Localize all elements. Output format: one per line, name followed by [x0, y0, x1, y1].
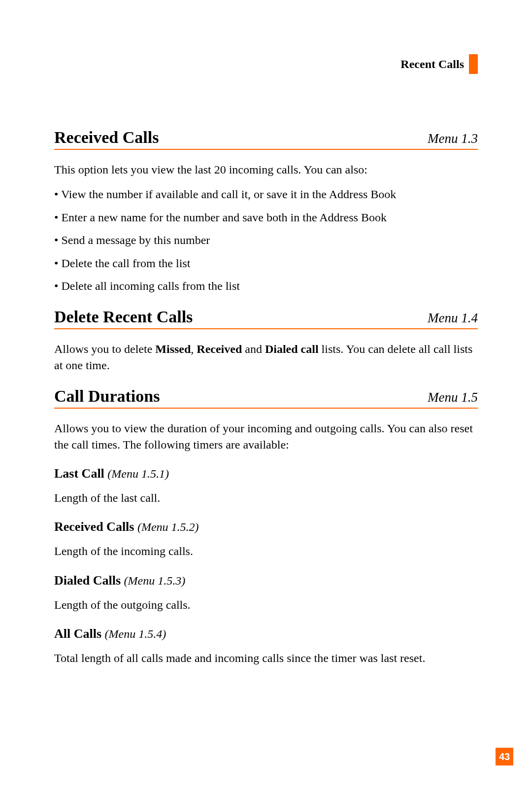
list-item: Delete all incoming calls from the list	[54, 278, 478, 294]
section-head-call-durations: Call Durations Menu 1.5	[54, 387, 478, 409]
subsection-title: Dialed Calls	[54, 573, 121, 588]
subsection-title: Received Calls	[54, 520, 134, 534]
section-menu-ref: Menu 1.5	[428, 390, 478, 405]
subsection-head-all-calls: All Calls (Menu 1.5.4)	[54, 626, 478, 641]
subsection-body: Length of the incoming calls.	[54, 543, 478, 559]
subsection-title: All Calls	[54, 626, 101, 641]
subsection-menu-ref: (Menu 1.5.2)	[137, 521, 199, 533]
subsection-menu-ref: (Menu 1.5.1)	[107, 467, 169, 480]
page-number: 43	[499, 751, 510, 763]
subsection-menu-ref: (Menu 1.5.4)	[105, 627, 166, 640]
list-item: Send a message by this number	[54, 232, 478, 248]
section-title: Delete Recent Calls	[54, 308, 193, 326]
list-item: Enter a new name for the number and save…	[54, 209, 478, 225]
list-item: View the number if available and call it…	[54, 186, 478, 202]
subsection-body: Length of the outgoing calls.	[54, 597, 478, 613]
subsection-head-dialed-calls: Dialed Calls (Menu 1.5.3)	[54, 573, 478, 588]
subsection-body: Total length of all calls made and incom…	[54, 650, 478, 666]
subsection-head-last-call: Last Call (Menu 1.5.1)	[54, 466, 478, 481]
page-number-badge: 43	[496, 748, 513, 765]
section-body-rich: Allows you to delete Missed, Received an…	[54, 341, 478, 373]
section-head-received-calls: Received Calls Menu 1.3	[54, 128, 478, 150]
subsection-body: Length of the last call.	[54, 490, 478, 506]
subsection-title: Last Call	[54, 466, 104, 481]
section-title: Received Calls	[54, 128, 159, 147]
header-accent-bar	[469, 54, 478, 74]
section-intro: Allows you to view the duration of your …	[54, 420, 478, 452]
list-item: Delete the call from the list	[54, 255, 478, 271]
section-menu-ref: Menu 1.4	[428, 311, 478, 326]
page: Recent Calls Received Calls Menu 1.3 Thi…	[0, 0, 532, 799]
section-intro: This option lets you view the last 20 in…	[54, 162, 478, 177]
section-title: Call Durations	[54, 387, 160, 406]
running-header-text: Recent Calls	[400, 58, 464, 71]
running-header: Recent Calls	[400, 54, 478, 74]
content-area: Received Calls Menu 1.3 This option lets…	[54, 128, 478, 666]
subsection-menu-ref: (Menu 1.5.3)	[124, 574, 186, 587]
section-head-delete-recent-calls: Delete Recent Calls Menu 1.4	[54, 308, 478, 329]
subsection-head-received-calls: Received Calls (Menu 1.5.2)	[54, 520, 478, 534]
bullet-list: View the number if available and call it…	[54, 186, 478, 294]
section-menu-ref: Menu 1.3	[428, 131, 478, 146]
